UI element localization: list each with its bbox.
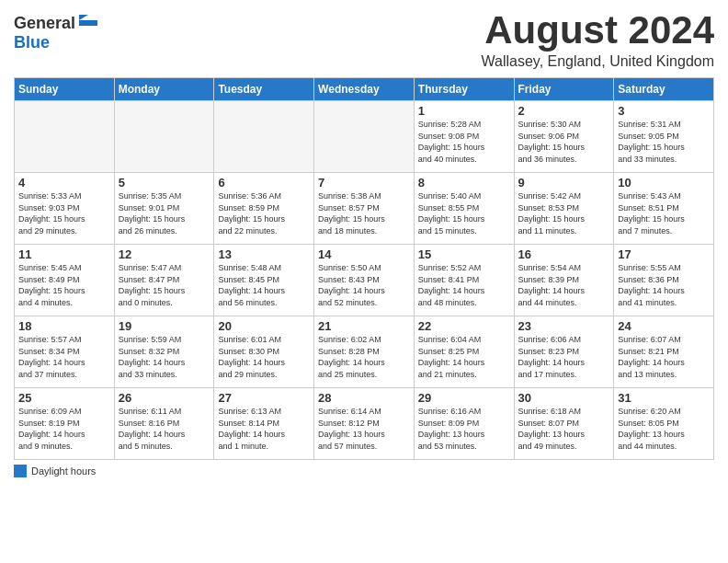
day-number: 2	[518, 104, 610, 118]
day-number: 4	[18, 176, 110, 190]
day-number: 24	[618, 319, 710, 333]
day-info: Sunrise: 5:47 AM Sunset: 8:47 PM Dayligh…	[119, 262, 210, 308]
calendar-cell: 26Sunrise: 6:11 AM Sunset: 8:16 PM Dayli…	[114, 388, 214, 460]
day-number: 21	[318, 319, 410, 333]
weekday-header-friday: Friday	[514, 78, 614, 101]
calendar-cell: 20Sunrise: 6:01 AM Sunset: 8:30 PM Dayli…	[214, 316, 314, 388]
month-title: August 2024	[482, 9, 714, 52]
day-info: Sunrise: 6:16 AM Sunset: 8:09 PM Dayligh…	[418, 406, 510, 452]
calendar-cell	[314, 101, 415, 173]
day-number: 20	[218, 319, 310, 333]
calendar-cell: 27Sunrise: 6:13 AM Sunset: 8:14 PM Dayli…	[214, 388, 314, 460]
header-area: General Blue August 2024 Wallasey, Engla…	[14, 9, 714, 70]
day-info: Sunrise: 6:04 AM Sunset: 8:25 PM Dayligh…	[418, 334, 510, 380]
calendar-cell: 13Sunrise: 5:48 AM Sunset: 8:45 PM Dayli…	[214, 245, 314, 316]
weekday-header-wednesday: Wednesday	[314, 78, 415, 101]
calendar-cell	[214, 101, 314, 173]
day-number: 19	[119, 319, 210, 333]
calendar-cell: 24Sunrise: 6:07 AM Sunset: 8:21 PM Dayli…	[614, 316, 714, 388]
day-info: Sunrise: 6:14 AM Sunset: 8:12 PM Dayligh…	[318, 406, 410, 452]
day-number: 13	[218, 247, 310, 261]
day-number: 14	[318, 247, 410, 261]
day-info: Sunrise: 5:59 AM Sunset: 8:32 PM Dayligh…	[119, 334, 210, 380]
calendar-cell: 6Sunrise: 5:36 AM Sunset: 8:59 PM Daylig…	[214, 173, 314, 245]
week-row-4: 18Sunrise: 5:57 AM Sunset: 8:34 PM Dayli…	[15, 316, 714, 388]
day-number: 25	[18, 391, 110, 405]
weekday-header-tuesday: Tuesday	[214, 78, 314, 101]
day-number: 7	[318, 176, 410, 190]
day-info: Sunrise: 5:48 AM Sunset: 8:45 PM Dayligh…	[218, 262, 310, 308]
calendar-cell: 2Sunrise: 5:30 AM Sunset: 9:06 PM Daylig…	[514, 101, 614, 173]
logo: General Blue	[14, 14, 97, 52]
calendar-cell: 30Sunrise: 6:18 AM Sunset: 8:07 PM Dayli…	[514, 388, 614, 460]
day-number: 15	[418, 247, 510, 261]
legend-box-icon	[14, 465, 27, 477]
calendar-cell	[114, 101, 214, 173]
calendar-cell: 31Sunrise: 6:20 AM Sunset: 8:05 PM Dayli…	[614, 388, 714, 460]
day-number: 22	[418, 319, 510, 333]
day-number: 3	[618, 104, 710, 118]
calendar-cell: 8Sunrise: 5:40 AM Sunset: 8:55 PM Daylig…	[414, 173, 514, 245]
calendar-table: SundayMondayTuesdayWednesdayThursdayFrid…	[14, 77, 714, 460]
day-info: Sunrise: 6:01 AM Sunset: 8:30 PM Dayligh…	[218, 334, 310, 380]
day-info: Sunrise: 5:28 AM Sunset: 9:08 PM Dayligh…	[418, 119, 510, 165]
day-number: 12	[119, 247, 210, 261]
day-info: Sunrise: 5:36 AM Sunset: 8:59 PM Dayligh…	[218, 190, 310, 236]
day-number: 26	[119, 391, 210, 405]
day-number: 9	[518, 176, 610, 190]
calendar-cell: 25Sunrise: 6:09 AM Sunset: 8:19 PM Dayli…	[15, 388, 115, 460]
day-number: 1	[418, 104, 510, 118]
weekday-header-sunday: Sunday	[15, 78, 115, 101]
weekday-header-saturday: Saturday	[614, 78, 714, 101]
day-info: Sunrise: 5:31 AM Sunset: 9:05 PM Dayligh…	[618, 119, 710, 165]
calendar-cell: 12Sunrise: 5:47 AM Sunset: 8:47 PM Dayli…	[114, 245, 214, 316]
week-row-3: 11Sunrise: 5:45 AM Sunset: 8:49 PM Dayli…	[15, 245, 714, 316]
week-row-2: 4Sunrise: 5:33 AM Sunset: 9:03 PM Daylig…	[15, 173, 714, 245]
day-number: 16	[518, 247, 610, 261]
day-number: 6	[218, 176, 310, 190]
day-info: Sunrise: 6:09 AM Sunset: 8:19 PM Dayligh…	[18, 406, 110, 452]
day-info: Sunrise: 6:18 AM Sunset: 8:07 PM Dayligh…	[518, 406, 610, 452]
calendar-cell: 15Sunrise: 5:52 AM Sunset: 8:41 PM Dayli…	[414, 245, 514, 316]
day-info: Sunrise: 6:20 AM Sunset: 8:05 PM Dayligh…	[618, 406, 710, 452]
calendar-cell: 3Sunrise: 5:31 AM Sunset: 9:05 PM Daylig…	[614, 101, 714, 173]
calendar-cell: 11Sunrise: 5:45 AM Sunset: 8:49 PM Dayli…	[15, 245, 115, 316]
weekday-header-thursday: Thursday	[414, 78, 514, 101]
day-info: Sunrise: 6:02 AM Sunset: 8:28 PM Dayligh…	[318, 334, 410, 380]
day-number: 27	[218, 391, 310, 405]
day-info: Sunrise: 5:54 AM Sunset: 8:39 PM Dayligh…	[518, 262, 610, 308]
day-number: 18	[18, 319, 110, 333]
day-info: Sunrise: 5:40 AM Sunset: 8:55 PM Dayligh…	[418, 190, 510, 236]
calendar-cell: 18Sunrise: 5:57 AM Sunset: 8:34 PM Dayli…	[15, 316, 115, 388]
logo-blue-text: Blue	[14, 33, 50, 52]
day-number: 5	[119, 176, 210, 190]
day-info: Sunrise: 5:52 AM Sunset: 8:41 PM Dayligh…	[418, 262, 510, 308]
day-number: 10	[618, 176, 710, 190]
week-row-5: 25Sunrise: 6:09 AM Sunset: 8:19 PM Dayli…	[15, 388, 714, 460]
calendar-cell: 7Sunrise: 5:38 AM Sunset: 8:57 PM Daylig…	[314, 173, 415, 245]
weekday-header-row: SundayMondayTuesdayWednesdayThursdayFrid…	[15, 78, 714, 101]
day-info: Sunrise: 5:55 AM Sunset: 8:36 PM Dayligh…	[618, 262, 710, 308]
logo-general-text: General	[14, 14, 75, 33]
calendar-cell: 16Sunrise: 5:54 AM Sunset: 8:39 PM Dayli…	[514, 245, 614, 316]
day-number: 30	[518, 391, 610, 405]
calendar-cell: 17Sunrise: 5:55 AM Sunset: 8:36 PM Dayli…	[614, 245, 714, 316]
calendar-cell: 10Sunrise: 5:43 AM Sunset: 8:51 PM Dayli…	[614, 173, 714, 245]
calendar-cell: 14Sunrise: 5:50 AM Sunset: 8:43 PM Dayli…	[314, 245, 415, 316]
week-row-1: 1Sunrise: 5:28 AM Sunset: 9:08 PM Daylig…	[15, 101, 714, 173]
title-area: August 2024 Wallasey, England, United Ki…	[482, 9, 714, 70]
page: General Blue August 2024 Wallasey, Engla…	[0, 0, 728, 563]
day-number: 17	[618, 247, 710, 261]
calendar-cell: 21Sunrise: 6:02 AM Sunset: 8:28 PM Dayli…	[314, 316, 415, 388]
day-number: 28	[318, 391, 410, 405]
calendar-cell: 19Sunrise: 5:59 AM Sunset: 8:32 PM Dayli…	[114, 316, 214, 388]
calendar-cell	[15, 101, 115, 173]
day-info: Sunrise: 5:45 AM Sunset: 8:49 PM Dayligh…	[18, 262, 110, 308]
day-info: Sunrise: 5:57 AM Sunset: 8:34 PM Dayligh…	[18, 334, 110, 380]
day-info: Sunrise: 5:35 AM Sunset: 9:01 PM Dayligh…	[119, 190, 210, 236]
calendar-cell: 22Sunrise: 6:04 AM Sunset: 8:25 PM Dayli…	[414, 316, 514, 388]
legend-label: Daylight hours	[31, 465, 96, 477]
logo-flag-icon	[77, 15, 97, 31]
day-number: 23	[518, 319, 610, 333]
day-number: 31	[618, 391, 710, 405]
